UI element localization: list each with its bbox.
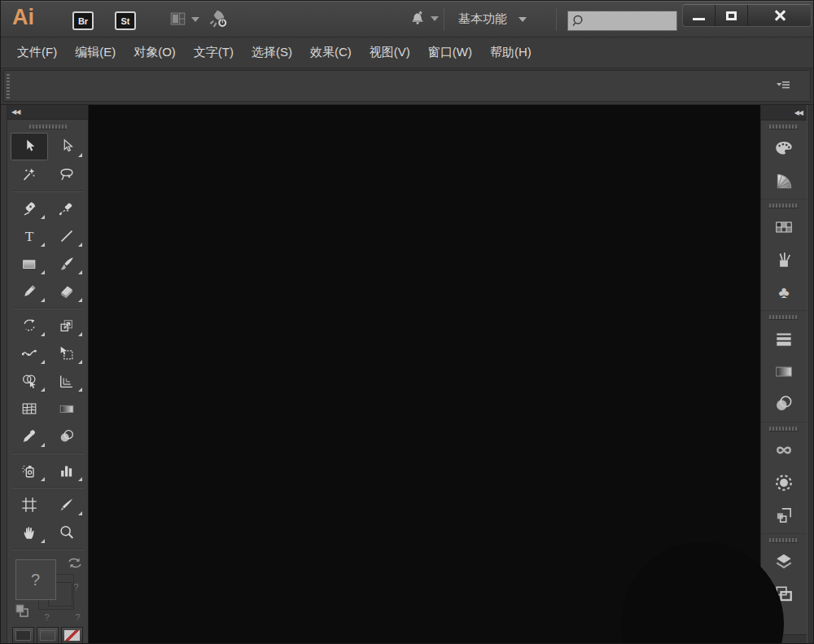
menubar: 文件(F) 编辑(E) 对象(O) 文字(T) 选择(S) 效果(C) 视图(V… xyxy=(1,37,813,68)
hand-tool[interactable] xyxy=(11,519,48,546)
swatches-panel-button[interactable] xyxy=(761,211,807,243)
menu-item-edit[interactable]: 编辑(E) xyxy=(75,45,116,60)
collapse-double-arrow-icon: ◀◀ xyxy=(11,108,20,116)
free-transform-tool[interactable] xyxy=(48,340,85,367)
control-bar-menu-button[interactable] xyxy=(776,80,790,90)
fill-swatch[interactable]: ? xyxy=(15,559,56,600)
menu-item-effect[interactable]: 效果(C) xyxy=(310,45,352,60)
rotate-tool[interactable] xyxy=(11,312,48,340)
panel-group-grip[interactable] xyxy=(769,204,799,208)
panel-group-grip[interactable] xyxy=(769,427,799,432)
artboard-tool[interactable] xyxy=(11,491,48,519)
arrange-documents-button[interactable] xyxy=(168,11,199,28)
none-button[interactable] xyxy=(61,627,83,644)
asset-export-panel-button[interactable] xyxy=(761,499,807,532)
layers-icon xyxy=(772,550,795,573)
eraser-tool[interactable] xyxy=(48,278,85,305)
tools-collapse-header[interactable]: ◀◀ xyxy=(7,105,88,120)
panel-group-grip[interactable] xyxy=(769,315,799,320)
dock-edge-strip xyxy=(1,105,7,644)
menu-item-object[interactable]: 对象(O) xyxy=(133,45,176,60)
color-guide-panel-button[interactable] xyxy=(761,164,807,197)
menu-item-window[interactable]: 窗口(W) xyxy=(428,45,472,60)
color-themes-wheel-icon xyxy=(772,471,795,494)
menu-item-help[interactable]: 帮助(H) xyxy=(490,45,532,60)
mesh-tool[interactable] xyxy=(11,395,48,423)
eyedropper-tool-icon xyxy=(20,427,38,445)
eraser-tool-icon xyxy=(58,283,76,300)
illustrator-logo: Ai xyxy=(12,5,34,30)
rectangle-tool[interactable] xyxy=(11,250,48,278)
color-panel-button[interactable] xyxy=(761,132,807,164)
tool-group-divider xyxy=(13,549,83,550)
tool-submenu-triangle-icon xyxy=(78,360,82,364)
swap-fill-stroke-button[interactable] xyxy=(67,556,83,570)
magic-wand-tool[interactable] xyxy=(11,160,48,188)
gradient-tool[interactable] xyxy=(48,395,85,423)
search-input[interactable] xyxy=(588,11,676,30)
gradient-panel-button[interactable] xyxy=(761,355,807,388)
search-box[interactable] xyxy=(567,11,677,31)
brushes-panel-button[interactable] xyxy=(761,243,807,276)
transparency-panel-button[interactable] xyxy=(761,388,807,420)
shape-builder-tool[interactable] xyxy=(11,367,48,395)
menu-item-type[interactable]: 文字(T) xyxy=(194,45,234,60)
stock-button[interactable]: St xyxy=(115,11,136,30)
type-tool[interactable]: T xyxy=(11,222,48,250)
eyedropper-tool[interactable] xyxy=(11,423,48,450)
panel-group-grip[interactable] xyxy=(769,125,799,129)
pencil-tool[interactable] xyxy=(11,278,48,305)
tools-grip[interactable] xyxy=(29,125,67,129)
pen-tool[interactable] xyxy=(11,195,48,222)
slice-tool[interactable] xyxy=(48,491,85,519)
layers-panel-button[interactable] xyxy=(761,545,807,578)
none-swatch-icon xyxy=(64,630,80,641)
width-tool[interactable] xyxy=(11,340,48,367)
tool-submenu-triangle-icon xyxy=(41,243,45,247)
menu-item-file[interactable]: 文件(F) xyxy=(17,45,57,60)
pencil-tool-icon xyxy=(20,283,38,300)
gpu-performance-button[interactable] xyxy=(206,8,230,31)
cc-libraries-panel-button[interactable] xyxy=(761,434,807,467)
maximize-button[interactable] xyxy=(716,5,748,26)
bridge-button[interactable]: Br xyxy=(72,11,94,30)
symbols-panel-button[interactable]: ♣ xyxy=(761,276,807,309)
fill-unknown-mark: ? xyxy=(31,571,40,589)
direct-selection-tool[interactable] xyxy=(48,133,85,160)
color-themes-panel-button[interactable] xyxy=(761,467,807,499)
selection-tool[interactable] xyxy=(11,133,48,160)
panel-group-grip[interactable] xyxy=(769,538,799,543)
menu-item-select[interactable]: 选择(S) xyxy=(252,45,292,60)
asset-export-icon xyxy=(773,505,794,526)
minimize-button[interactable] xyxy=(683,5,716,26)
stroke-panel-button[interactable] xyxy=(761,322,807,355)
default-fill-stroke-button[interactable] xyxy=(14,602,30,619)
zoom-tool[interactable] xyxy=(48,519,85,546)
control-bar-grip[interactable] xyxy=(7,74,10,99)
tool-submenu-triangle-icon xyxy=(41,388,45,392)
tool-submenu-triangle-icon xyxy=(41,360,45,364)
swap-arrows-icon xyxy=(67,556,83,570)
perspective-grid-tool[interactable] xyxy=(48,367,85,395)
paintbrush-tool[interactable] xyxy=(48,250,85,278)
workspace-label: 基本功能 xyxy=(458,11,507,27)
menu-item-view[interactable]: 视图(V) xyxy=(370,45,410,60)
column-graph-tool[interactable] xyxy=(48,457,85,484)
mesh-tool-icon xyxy=(20,400,38,418)
symbol-sprayer-tool[interactable] xyxy=(11,457,48,484)
notifications-button[interactable] xyxy=(408,9,439,28)
blend-tool[interactable] xyxy=(48,423,85,450)
workspace-area: ◀◀ xyxy=(1,104,813,644)
minimize-icon xyxy=(693,18,705,20)
color-button[interactable] xyxy=(12,627,34,644)
gradient-button[interactable] xyxy=(37,627,59,644)
tool-group-divider xyxy=(13,308,83,309)
curvature-tool[interactable] xyxy=(48,195,85,222)
paintbrush-tool-icon xyxy=(58,255,76,273)
panels-collapse-header[interactable]: ◀◀ xyxy=(761,105,807,120)
workspace-switcher[interactable]: 基本功能 xyxy=(458,11,527,27)
line-segment-tool[interactable] xyxy=(48,222,85,250)
scale-tool[interactable] xyxy=(48,312,85,340)
lasso-tool[interactable] xyxy=(48,160,85,188)
close-button[interactable] xyxy=(748,5,811,26)
